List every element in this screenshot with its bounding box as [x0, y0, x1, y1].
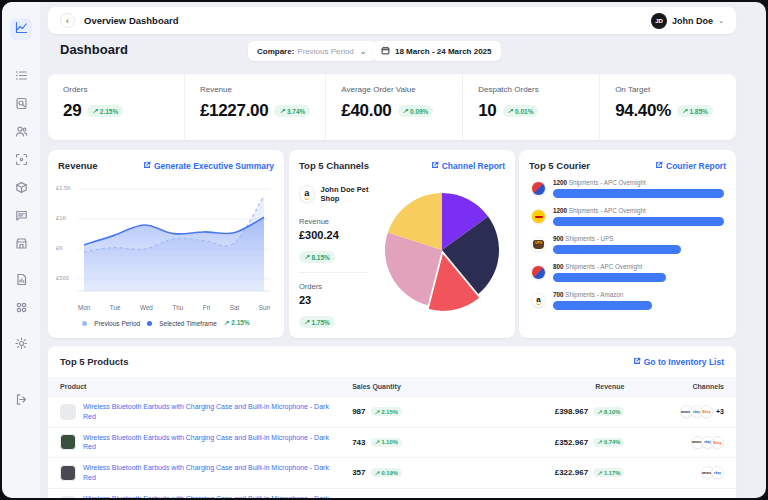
list-icon: [15, 68, 28, 86]
shipments-bar: [553, 273, 666, 282]
table-row[interactable]: Wireless Bluetooth Earbuds with Charging…: [48, 457, 736, 488]
kpi-value: £40.00: [341, 101, 391, 121]
generate-executive-summary-link[interactable]: Generate Executive Summary: [143, 161, 274, 171]
external-link-icon: [143, 161, 151, 171]
product-name-link[interactable]: Wireless Bluetooth Earbuds with Charging…: [83, 463, 333, 483]
top-channels-card: Top 5 Channels Channel Report a John Doe…: [289, 150, 515, 338]
user-name: John Doe: [672, 16, 713, 26]
table-header: Product Sales Quantity Revenue Channels: [48, 377, 736, 396]
kpi-orders: Orders 29 ↗2.15%: [48, 74, 185, 140]
etsy-chip-icon: Etsy: [700, 405, 713, 418]
channel-revenue: £300.24: [299, 229, 379, 241]
scan-icon: [15, 152, 28, 170]
sidebar-item-store[interactable]: [10, 234, 32, 256]
channel-chips: amazon ebay Etsy: [624, 436, 724, 449]
table-row[interactable]: Wireless Bluetooth Earbuds with Charging…: [48, 427, 736, 458]
page-breadcrumb-title: Overview Dashboard: [84, 15, 179, 26]
trend-up-icon: ↗: [279, 107, 284, 115]
sidebar-item-reports[interactable]: [10, 270, 32, 292]
top-products-card: Top 5 Products Go to Inventory List Prod…: [48, 346, 736, 498]
trend-badge: ↗3.74%: [274, 105, 310, 117]
package-icon: [15, 180, 28, 198]
kpi-on-target: On Target 94.40% ↗1.85%: [600, 74, 736, 140]
card-title: Revenue: [58, 160, 98, 171]
sidebar-item-settings[interactable]: [10, 334, 32, 356]
date-range-picker[interactable]: 18 March - 24 March 2025: [372, 41, 501, 61]
sidebar-item-dashboard[interactable]: [10, 18, 32, 40]
trend-up-icon: ↗: [508, 107, 513, 115]
shipments-bar: [553, 245, 681, 254]
courier-row: UPS 900 Shipments - UPS: [531, 235, 724, 254]
gear-icon: [15, 336, 28, 354]
compare-label: Compare:: [257, 47, 294, 56]
store-icon: [15, 236, 28, 254]
go-to-inventory-link[interactable]: Go to Inventory List: [633, 357, 724, 367]
sidebar-item-messages[interactable]: [10, 206, 32, 228]
sidebar-item-logout[interactable]: [10, 390, 32, 412]
trend-badge: ↗8.10%: [593, 407, 624, 416]
user-menu[interactable]: JD John Doe ⌄: [651, 13, 724, 29]
trend-badge: ↗1.75%: [299, 316, 335, 328]
compare-value: Previous Period: [297, 47, 353, 56]
top-bar: ‹ Overview Dashboard JD John Doe ⌄: [48, 7, 736, 34]
document-search-icon: [15, 96, 28, 114]
amazon-courier-icon: a: [531, 293, 546, 308]
compare-dropdown[interactable]: Compare: Previous Period ⌄: [248, 41, 376, 61]
trend-up-icon: ↗: [375, 409, 380, 415]
chart-legend: Previous Period Selected Timeframe ↗ 2.1…: [56, 319, 276, 327]
main-area: ‹ Overview Dashboard JD John Doe ⌄ Dashb…: [40, 2, 766, 498]
product-name-link[interactable]: Wireless Bluetooth Earbuds with Charging…: [83, 494, 333, 498]
kpi-revenue: Revenue £1227.00 ↗3.74%: [185, 74, 326, 140]
table-row[interactable]: Wireless Bluetooth Earbuds with Charging…: [48, 396, 736, 427]
product-name-link[interactable]: Wireless Bluetooth Earbuds with Charging…: [83, 433, 333, 453]
trend-badge: ↗1.85%: [677, 105, 713, 117]
shop-name: John Doe Pet Shop: [321, 185, 379, 203]
product-thumbnail: [60, 496, 76, 498]
product-thumbnail: [60, 465, 76, 481]
trend-up-icon: ↗: [224, 319, 229, 326]
trend-badge: ↗0.01%: [503, 105, 539, 117]
back-chevron-icon: ‹: [66, 16, 69, 26]
trend-up-icon: ↗: [597, 439, 602, 445]
dashboard-canvas: ‹ Overview Dashboard JD John Doe ⌄ Dashb…: [2, 2, 766, 498]
trend-up-icon: ↗: [375, 470, 380, 476]
ebay-chip-icon: ebay: [711, 466, 724, 479]
kpi-value: 94.40%: [615, 101, 671, 121]
courier-row: a 700 Shipments - Amazon: [531, 291, 724, 310]
revenue-line-chart: £1.5K £1K £K £500 MonTue WedThu FriSat S…: [56, 179, 276, 327]
sidebar-item-orders[interactable]: [10, 66, 32, 88]
back-button[interactable]: ‹: [60, 13, 75, 28]
sidebar-item-inventory[interactable]: [10, 178, 32, 200]
legend-trend: ↗ 2.15%: [224, 319, 250, 327]
sidebar-item-scan[interactable]: [10, 150, 32, 172]
courier-bar-list: 1200 Shipments - APC Overnight 1200 Ship…: [519, 177, 736, 321]
trend-up-icon: ↗: [304, 318, 309, 326]
courier-row: 800 Shipments - APC Overnight: [531, 263, 724, 282]
dhl-courier-icon: [531, 209, 546, 224]
sidebar: [2, 2, 40, 498]
card-title: Top 5 Products: [60, 356, 128, 367]
more-channels-count: +3: [716, 408, 724, 415]
courier-report-link[interactable]: Courier Report: [655, 161, 726, 171]
channel-chips: amazon ebay: [624, 466, 724, 479]
trend-up-icon: ↗: [597, 409, 602, 415]
legend-dot-previous: [82, 321, 87, 326]
courier-row: 1200 Shipments - APC Overnight: [531, 179, 724, 198]
trend-badge: ↗0.74%: [593, 438, 624, 447]
amazon-icon: a: [299, 185, 315, 203]
table-row[interactable]: Wireless Bluetooth Earbuds with Charging…: [48, 488, 736, 498]
sidebar-item-apps[interactable]: [10, 298, 32, 320]
kpi-despatch-orders: Despatch Orders 10 ↗0.01%: [463, 74, 600, 140]
channels-pie-chart: [379, 181, 505, 328]
trend-up-icon: ↗: [92, 107, 97, 115]
card-title: Top 5 Courier: [529, 160, 590, 171]
file-chart-icon: [15, 272, 28, 290]
x-axis-labels: MonTue WedThu FriSat Sun: [78, 304, 270, 311]
sidebar-item-invoices[interactable]: [10, 94, 32, 116]
channel-report-link[interactable]: Channel Report: [431, 161, 505, 171]
line-chart-plot: [78, 179, 270, 297]
product-name-link[interactable]: Wireless Bluetooth Earbuds with Charging…: [83, 402, 333, 422]
external-link-icon: [633, 357, 641, 367]
sidebar-item-customers[interactable]: [10, 122, 32, 144]
shipments-bar: [553, 217, 724, 226]
